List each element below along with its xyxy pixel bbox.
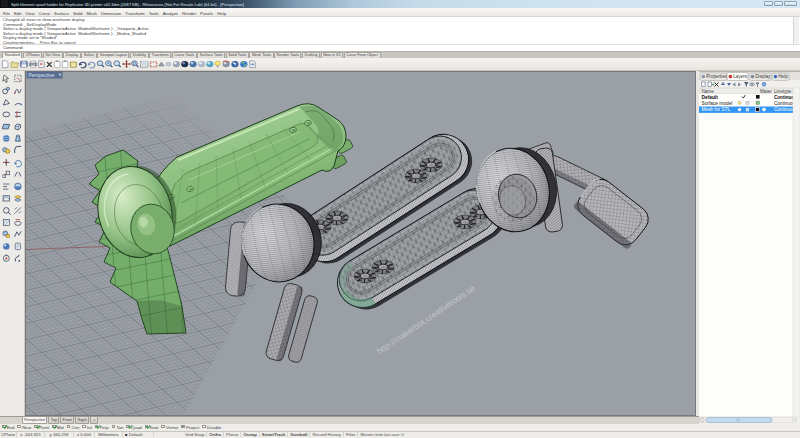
svg-text:Perspective: Perspective — [29, 72, 55, 78]
svg-text:Properties: Properties — [706, 74, 728, 79]
svg-text:Mater: Mater — [760, 89, 772, 94]
svg-text:Display: Display — [755, 74, 771, 79]
svg-text:Layers: Layers — [733, 74, 747, 79]
svg-text:Surface model: Surface model — [702, 101, 733, 106]
svg-text:Name: Name — [702, 89, 715, 94]
svg-text:Default: Default — [702, 95, 719, 100]
svg-text:Help: Help — [778, 74, 788, 79]
svg-text:Linetype: Linetype — [774, 89, 792, 94]
svg-text:Mesh for STL: Mesh for STL — [702, 107, 731, 112]
svg-text:?: ? — [233, 62, 236, 67]
